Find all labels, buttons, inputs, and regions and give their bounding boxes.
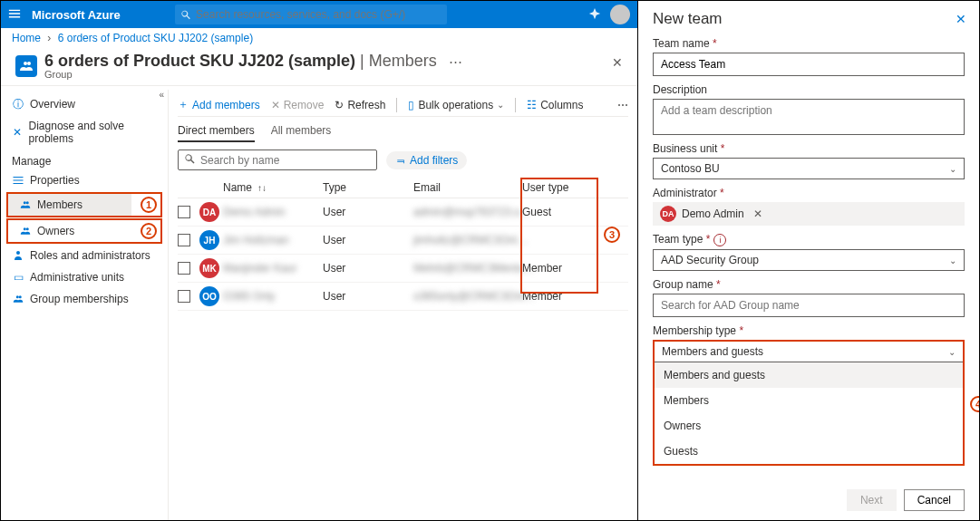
- sidebar-item-overview[interactable]: ⓘ Overview: [1, 93, 168, 115]
- sidebar-item-diagnose[interactable]: ✕ Diagnose and solve problems: [1, 115, 168, 150]
- admin-avatar-icon: DA: [660, 206, 676, 222]
- remove-button[interactable]: ✕ Remove: [271, 99, 325, 111]
- group-name-input[interactable]: [653, 294, 965, 317]
- user-avatar-icon: JH: [199, 230, 219, 250]
- sidebar-item-members[interactable]: Members: [8, 194, 131, 216]
- roles-icon: [12, 249, 24, 262]
- info-icon: ⓘ: [12, 98, 24, 111]
- cell-email: jimholtz@CRMC3Onl…: [413, 234, 522, 246]
- hamburger-menu-icon[interactable]: [8, 7, 23, 23]
- group-icon: [15, 55, 37, 77]
- brand-label: Microsoft Azure: [32, 8, 121, 22]
- group-name-label: Group name *: [653, 278, 965, 291]
- business-unit-select[interactable]: Contoso BU ⌄: [653, 158, 965, 179]
- diagnose-icon: ✕: [12, 126, 24, 139]
- administrator-label: Administrator *: [653, 187, 965, 199]
- sidebar-item-owners[interactable]: Owners: [8, 220, 131, 242]
- breadcrumb-page[interactable]: 6 orders of Product SKU JJ202 (sample): [58, 32, 253, 44]
- sidebar-item-roles[interactable]: Roles and administrators: [1, 245, 168, 266]
- global-search-input[interactable]: [175, 5, 447, 24]
- user-avatar[interactable]: [610, 5, 630, 24]
- search-by-name-input[interactable]: [178, 150, 377, 170]
- chevron-down-icon: ⌄: [949, 256, 956, 265]
- sidebar-item-admin-units[interactable]: ▭ Administrative units: [1, 266, 168, 288]
- filter-icon: ⫬: [395, 154, 406, 167]
- remove-chip-icon[interactable]: ✕: [753, 207, 762, 220]
- dropdown-option[interactable]: Members: [655, 388, 963, 413]
- team-type-label: Team type *i: [653, 233, 965, 246]
- collapse-sidebar-icon[interactable]: «: [159, 90, 164, 100]
- columns-button[interactable]: ☷ Columns: [527, 99, 583, 111]
- dropdown-option[interactable]: Guests: [655, 439, 963, 464]
- remove-icon: ✕: [271, 99, 280, 111]
- cell-name: O365 Only: [223, 290, 323, 303]
- cell-name: Demo Admin: [223, 206, 323, 218]
- info-icon[interactable]: i: [713, 234, 726, 246]
- user-avatar-icon: MK: [199, 258, 219, 278]
- group-memberships-icon: [12, 293, 24, 305]
- user-avatar-icon: DA: [199, 202, 219, 222]
- tab-all-members[interactable]: All members: [271, 124, 332, 142]
- document-icon: ▯: [408, 99, 414, 111]
- bulk-operations-button[interactable]: ▯ Bulk operations ⌄: [408, 99, 504, 111]
- sidebar-section-manage: Manage: [1, 150, 168, 169]
- dropdown-option[interactable]: Owners: [655, 413, 963, 439]
- copilot-icon[interactable]: [588, 7, 601, 23]
- members-icon: [19, 198, 32, 211]
- add-members-button[interactable]: ＋ Add members: [178, 97, 260, 112]
- callout-4: 4: [970, 396, 980, 412]
- cell-email: o365only@CRMC3Onl…: [413, 290, 522, 303]
- callout-2: 2: [141, 223, 157, 239]
- team-type-select[interactable]: AAD Security Group ⌄: [653, 249, 965, 271]
- dropdown-option[interactable]: Members and guests: [655, 362, 963, 388]
- add-filters-button[interactable]: ⫬ Add filters: [386, 151, 467, 169]
- breadcrumb-home[interactable]: Home: [12, 32, 41, 44]
- col-name[interactable]: Name↑↓: [223, 181, 323, 194]
- refresh-button[interactable]: ↻ Refresh: [335, 99, 385, 111]
- sidebar-item-properties[interactable]: Properties: [1, 169, 168, 191]
- row-checkbox[interactable]: [178, 234, 190, 246]
- cell-email: Mehrb@CRMC3Ments…: [413, 262, 522, 275]
- refresh-icon: ↻: [335, 99, 344, 111]
- tab-direct-members[interactable]: Direct members: [178, 124, 255, 142]
- membership-type-label: Membership type *: [653, 324, 965, 337]
- cell-type: User: [323, 234, 413, 246]
- callout-1: 1: [141, 197, 157, 213]
- more-commands-button[interactable]: ⋯: [617, 99, 628, 111]
- row-checkbox[interactable]: [178, 206, 190, 218]
- user-type-highlight: [520, 178, 598, 294]
- row-checkbox[interactable]: [178, 262, 190, 275]
- plus-icon: ＋: [178, 97, 189, 112]
- page-title: 6 orders of Product SKU JJ202 (sample) |…: [44, 52, 462, 71]
- cell-name: Jim Holtzman: [223, 234, 323, 246]
- close-blade-button[interactable]: ✕: [612, 55, 623, 70]
- title-more-icon[interactable]: ⋯: [449, 53, 462, 69]
- row-checkbox[interactable]: [178, 290, 190, 303]
- sidebar-item-group-memberships[interactable]: Group memberships: [1, 288, 168, 310]
- cell-type: User: [323, 206, 413, 218]
- admin-units-icon: ▭: [12, 271, 24, 284]
- search-field[interactable]: [200, 154, 371, 167]
- owners-icon: [19, 225, 32, 237]
- sidebar-nav: « ⓘ Overview ✕ Diagnose and solve proble…: [1, 90, 169, 520]
- cancel-button[interactable]: Cancel: [904, 489, 965, 511]
- col-type[interactable]: Type: [323, 181, 413, 194]
- next-button[interactable]: Next: [847, 489, 897, 511]
- col-email[interactable]: Email: [413, 181, 522, 194]
- cell-type: User: [323, 290, 413, 303]
- properties-icon: [12, 174, 24, 187]
- global-search-field[interactable]: [196, 8, 441, 21]
- chevron-down-icon: ⌄: [497, 100, 504, 110]
- description-input[interactable]: [653, 99, 965, 135]
- close-panel-button[interactable]: ✕: [956, 12, 966, 26]
- membership-dropdown: Members and guests Members Owners Guests: [655, 362, 963, 464]
- cell-name: Manjinder Kaur: [223, 262, 323, 275]
- svg-point-0: [16, 251, 20, 255]
- chevron-down-icon: ⌄: [948, 347, 956, 357]
- panel-title: New team: [653, 10, 965, 30]
- search-icon: [184, 153, 195, 167]
- membership-type-select[interactable]: Members and guests ⌄: [655, 342, 963, 362]
- team-name-input[interactable]: [653, 53, 965, 76]
- administrator-chip[interactable]: DA Demo Admin ✕: [653, 202, 965, 226]
- command-bar: ＋ Add members ✕ Remove ↻ Refresh ▯ Bulk …: [178, 93, 628, 117]
